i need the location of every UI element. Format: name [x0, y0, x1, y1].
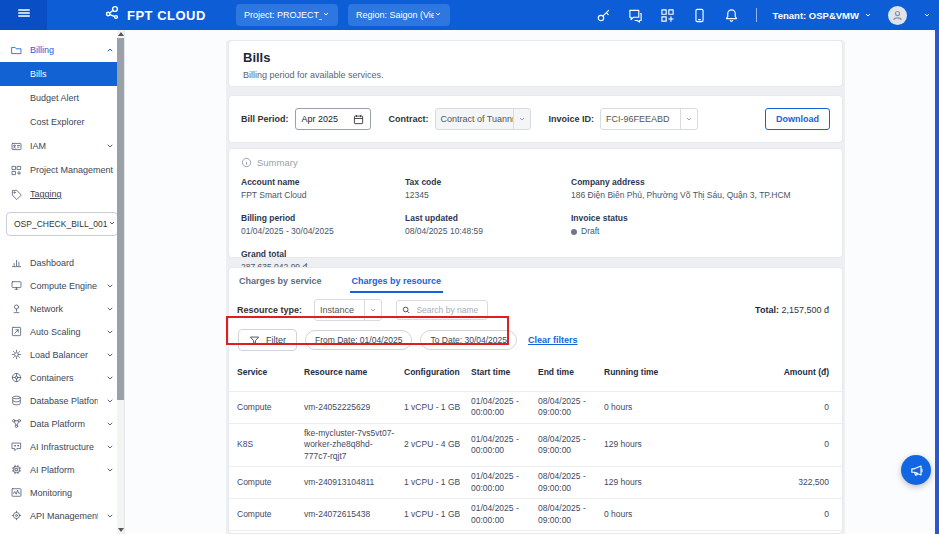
notification-bell-icon [724, 8, 739, 23]
sidebar-item-load-balancer[interactable]: Load Balancer [0, 343, 124, 366]
ai-infra-icon [10, 441, 22, 453]
caret-down-icon [108, 219, 116, 229]
resource-type-label: Resource type: [237, 305, 302, 315]
sidebar-item-monitoring[interactable]: Monitoring [0, 481, 124, 504]
contract-select[interactable]: Contract of Tuannn52... [435, 108, 531, 130]
caret-down-icon [106, 142, 114, 150]
caret-down-icon [106, 420, 114, 428]
region-selector[interactable]: Region: Saigon (Vietn... [348, 4, 450, 26]
scroll-down-arrow-icon[interactable] [117, 526, 124, 534]
project-scope-select[interactable]: OSP_CHECK_BILL_001 [6, 212, 118, 236]
sidebar-item-budget-alert[interactable]: Budget Alert [0, 86, 124, 110]
caret-down-icon [106, 466, 114, 474]
charges-tabs: Charges by service Charges by resource [229, 268, 842, 293]
table-cell: 01/04/2025 - 00:00:00 [471, 467, 538, 498]
sidebar-scrollbar-thumb[interactable] [117, 38, 124, 400]
sidebar-item-bills[interactable]: Bills [0, 62, 124, 86]
sidebar-item-label: Project Management [30, 165, 114, 175]
table-cell: 1 vCPU - 1 GB [404, 473, 471, 492]
filter-chip-1[interactable]: To Date: 30/04/2025 [420, 330, 517, 350]
table-row: Computevm-240726154381 vCPU - 1 GB01/04/… [229, 498, 842, 530]
caret-down-icon [514, 115, 530, 123]
sidebar-item-api-management[interactable]: API Management [0, 504, 124, 527]
sidebar-item-data-platform[interactable]: Data Platform [0, 412, 124, 435]
charges-table: ServiceResource nameConfigurationStart t… [229, 360, 842, 534]
table-cell: 2 vCPU - 4 GB [404, 435, 471, 454]
invoice-id-select[interactable]: FCI-96FEEABD [600, 108, 698, 130]
charges-card: Charges by service Charges by resource R… [228, 267, 843, 534]
sidebar: BillingBillsBudget AlertCost ExplorerIAM… [0, 30, 125, 534]
search-input[interactable] [414, 304, 482, 316]
sidebar-item-database-platform[interactable]: Database Platform [0, 389, 124, 412]
tab-charges-by-resource[interactable]: Charges by resource [350, 274, 444, 293]
caret-down-icon [106, 351, 114, 359]
download-button[interactable]: Download [765, 108, 830, 130]
folder-icon [10, 44, 22, 56]
sidebar-item-label: Compute Engine [30, 281, 98, 291]
logo-text: FPT CLOUD [127, 8, 206, 23]
sidebar-item-tagging[interactable]: Tagging [0, 182, 124, 206]
sidebar-item-cost-explorer[interactable]: Cost Explorer [0, 110, 124, 134]
filter-button[interactable]: Filter [238, 329, 297, 351]
menu-toggle-button[interactable] [0, 0, 47, 30]
total-amount: Total: 2,157,500 đ [755, 305, 829, 315]
api-icon [10, 510, 22, 522]
top-header: FPT CLOUD Project: PROJECT_OS... Region:… [0, 0, 939, 30]
chevron-down-icon [434, 10, 442, 20]
scroll-up-arrow-icon[interactable] [117, 30, 124, 38]
sidebar-item-devops[interactable]: DevOps [0, 527, 124, 534]
id-card-icon [10, 140, 22, 152]
apps-grid-button[interactable] [660, 7, 676, 23]
sidebar-item-iam[interactable]: IAM [0, 134, 124, 158]
invoice-id-label: Invoice ID: [549, 114, 595, 124]
project-selector[interactable]: Project: PROJECT_OS... [236, 4, 338, 26]
funnel-icon [249, 335, 260, 346]
main-content: Bills Billing period for available servi… [125, 30, 939, 534]
gear-icon [10, 349, 22, 361]
header-icon-group [596, 7, 740, 23]
table-cell: 08/04/2025 - 09:00:00 [538, 392, 604, 423]
sidebar-item-ai-platform[interactable]: AI Platform [0, 458, 124, 481]
support-chat-icon [628, 8, 643, 23]
sidebar-item-billing[interactable]: Billing [0, 38, 124, 62]
status-dot-icon [571, 229, 577, 235]
caret-down-icon [106, 282, 114, 290]
table-cell: 01/04/2025 - 00:00:00 [471, 430, 538, 461]
mobile-app-button[interactable] [692, 7, 708, 23]
search-box [396, 300, 488, 320]
field-label: Invoice status [571, 213, 830, 223]
table-row: Computevm-2409131048111 vCPU - 1 GB01/04… [229, 466, 842, 498]
calendar-icon [353, 114, 364, 125]
user-avatar[interactable] [888, 6, 907, 25]
table-cell: 0 hours [604, 505, 708, 524]
support-chat-button[interactable] [628, 7, 644, 23]
notification-bell-button[interactable] [724, 7, 740, 23]
tenant-selector[interactable]: Tenant: OSP&VMW [773, 10, 872, 21]
key-button[interactable] [596, 7, 612, 23]
sidebar-item-project-management[interactable]: Project Management [0, 158, 124, 182]
sidebar-item-network[interactable]: Network [0, 297, 124, 320]
sidebar-item-label: Load Balancer [30, 350, 98, 360]
resource-type-select[interactable]: Instance [314, 299, 382, 321]
chevron-down-icon[interactable] [923, 11, 931, 19]
table-header-row: ServiceResource nameConfigurationStart t… [229, 360, 842, 391]
filter-chip-0[interactable]: From Date: 01/04/2025 [305, 330, 412, 350]
page-subtitle: Billing period for available services. [243, 70, 828, 80]
fpt-cloud-logo[interactable]: FPT CLOUD [105, 5, 206, 25]
summary-card: Summary Account nameFPT Smart CloudTax c… [228, 148, 843, 258]
sidebar-item-compute-engine[interactable]: Compute Engine [0, 274, 124, 297]
feedback-fab-button[interactable] [901, 455, 931, 485]
sidebar-item-ai-infrastructure[interactable]: AI Infrastructure [0, 435, 124, 458]
sidebar-item-dashboard[interactable]: Dashboard [0, 251, 124, 274]
sidebar-item-label: Dashboard [30, 258, 114, 268]
sidebar-item-label: Data Platform [30, 419, 98, 429]
tab-charges-by-service[interactable]: Charges by service [237, 274, 324, 293]
table-cell: fke-mycluster-7vs5vt07-worker-zhe8q8hd-7… [304, 424, 404, 466]
bill-period-input[interactable]: Apr 2025 [295, 108, 371, 130]
sidebar-item-auto-scaling[interactable]: Auto Scaling [0, 320, 124, 343]
data-nodes-icon [10, 418, 22, 430]
sidebar-item-containers[interactable]: Containers [0, 366, 124, 389]
page-scrollbar[interactable] [935, 30, 939, 534]
clear-filters-link[interactable]: Clear filters [528, 335, 578, 345]
field-label: Last updated [405, 213, 571, 223]
